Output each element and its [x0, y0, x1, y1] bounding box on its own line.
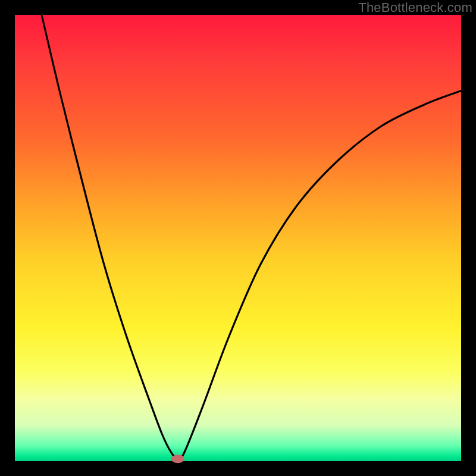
bottleneck-curve: [15, 15, 461, 461]
optimum-marker: [171, 455, 184, 463]
plot-area: [15, 15, 461, 461]
curve-path: [42, 15, 461, 459]
watermark-text: TheBottleneck.com: [358, 0, 472, 15]
chart-frame: TheBottleneck.com: [0, 0, 476, 476]
